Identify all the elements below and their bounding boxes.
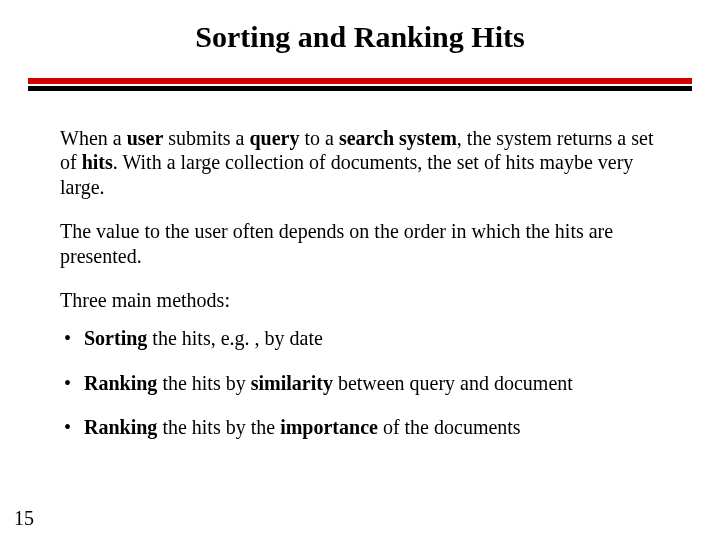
paragraph-2: The value to the user often depends on t… [60, 219, 660, 268]
title-underline [28, 78, 692, 91]
bullet-item: Ranking the hits by the importance of th… [60, 415, 660, 439]
rule-black [28, 86, 692, 91]
bullet-item: Ranking the hits by similarity between q… [60, 371, 660, 395]
slide: Sorting and Ranking Hits When a user sub… [0, 0, 720, 540]
bullet-item: Sorting the hits, e.g. , by date [60, 326, 660, 350]
slide-body: When a user submits a query to a search … [60, 126, 660, 440]
slide-title: Sorting and Ranking Hits [0, 20, 720, 54]
methods-intro: Three main methods: [60, 288, 660, 312]
page-number: 15 [14, 507, 34, 530]
bullet-list: Sorting the hits, e.g. , by date Ranking… [60, 326, 660, 439]
paragraph-1: When a user submits a query to a search … [60, 126, 660, 199]
